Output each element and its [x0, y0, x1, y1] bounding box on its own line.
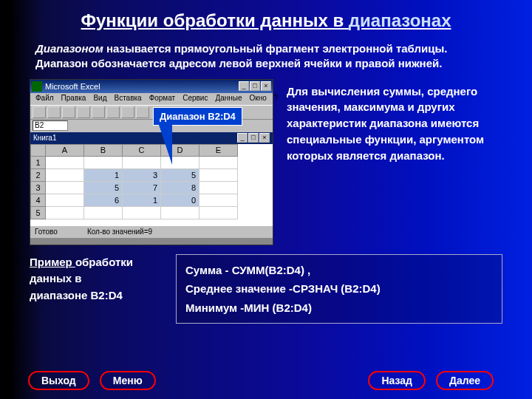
back-button[interactable]: Назад — [368, 371, 426, 390]
status-count: Кол-во значений=9 — [87, 228, 152, 236]
callout-label: Диапазон B2:D4 — [153, 107, 242, 126]
cell[interactable]: 8 — [161, 181, 200, 194]
name-box[interactable]: B2 — [33, 120, 68, 131]
row-header[interactable]: 5 — [31, 206, 46, 219]
row-header[interactable]: 2 — [31, 168, 46, 181]
cell[interactable] — [84, 206, 123, 219]
row-header[interactable]: 3 — [31, 181, 46, 194]
cell[interactable]: 1 — [123, 194, 161, 206]
menu-item[interactable]: Вид — [89, 94, 110, 104]
corner-cell[interactable] — [31, 144, 46, 156]
nav-bar: Выход Меню Назад Далее — [0, 371, 532, 390]
toolbar-button[interactable] — [33, 106, 46, 118]
cell[interactable]: 7 — [123, 181, 161, 194]
menu-item[interactable]: Данные — [211, 94, 245, 104]
status-bar: Готово Кол-во значений=9 — [30, 225, 273, 238]
next-button[interactable]: Далее — [436, 371, 494, 390]
cell[interactable] — [46, 206, 84, 219]
formula-line: Среднее значение -СРЗНАЧ (B2:D4) — [185, 279, 493, 299]
menu-item[interactable]: Сервис — [179, 94, 211, 104]
maximize-button[interactable]: □ — [250, 81, 260, 91]
excel-icon — [32, 81, 42, 92]
status-text: Готово — [35, 228, 58, 236]
cell[interactable]: 5 — [84, 181, 123, 194]
formulas-box: Сумма - СУММ(B2:D4) , Среднее значение -… — [176, 254, 502, 324]
formula-line: Минимум -МИН (B2:D4) — [185, 299, 493, 318]
wb-max-button[interactable]: □ — [248, 133, 259, 143]
cell[interactable] — [84, 156, 123, 168]
row-header[interactable]: 4 — [31, 194, 46, 206]
toolbar-button[interactable] — [92, 106, 105, 118]
cell[interactable] — [46, 194, 84, 206]
example-text: Пример обработки данных в диапазоне B2:D… — [30, 254, 163, 324]
cell[interactable]: 6 — [84, 194, 123, 206]
minimize-button[interactable]: _ — [239, 81, 249, 91]
cell[interactable] — [46, 181, 84, 194]
intro-text: Диапазоном называется прямоугольный фраг… — [0, 37, 532, 79]
side-description: Для вычисления суммы, среднего значения,… — [287, 79, 502, 164]
row-header[interactable]: 1 — [31, 156, 46, 168]
title-part1: Функции обработки данных в — [81, 10, 349, 30]
menu-button[interactable]: Меню — [100, 371, 156, 390]
workbook-name: Книга1 — [33, 134, 56, 142]
formula-line: Сумма - СУММ(B2:D4) , — [185, 261, 493, 280]
titlebar: Microsoft Excel _ □ × — [30, 80, 273, 93]
cell[interactable]: 1 — [84, 168, 123, 181]
cell[interactable]: 3 — [123, 168, 161, 181]
toolbar-button[interactable] — [62, 106, 75, 118]
menu-item[interactable]: Окно — [246, 94, 270, 104]
wb-close-button[interactable]: × — [259, 133, 270, 143]
menu-item[interactable]: Формат — [146, 94, 180, 104]
cell[interactable] — [200, 168, 238, 181]
cell[interactable] — [200, 181, 238, 194]
menu-item[interactable]: Файл — [32, 94, 58, 104]
menu-item[interactable]: Вставка — [110, 94, 145, 104]
cell[interactable] — [200, 206, 238, 219]
example-heading: Пример — [30, 256, 75, 268]
menu-item[interactable]: Правка — [58, 94, 90, 104]
cell[interactable] — [161, 206, 200, 219]
close-button[interactable]: × — [261, 81, 271, 91]
col-header[interactable]: B — [84, 144, 123, 156]
toolbar-button[interactable] — [136, 106, 149, 118]
range-callout: Диапазон B2:D4 — [153, 107, 242, 165]
example-range: диапазоне B2:D4 — [30, 289, 123, 301]
cell[interactable] — [123, 206, 161, 219]
toolbar-button[interactable] — [121, 106, 134, 118]
toolbar-button[interactable] — [106, 106, 120, 118]
cell[interactable] — [200, 194, 238, 206]
toolbar-button[interactable] — [47, 106, 61, 118]
toolbar-button[interactable] — [77, 106, 90, 118]
callout-pointer — [159, 125, 172, 165]
intro-term: Диапазоном — [35, 42, 106, 55]
app-title: Microsoft Excel — [45, 82, 100, 91]
excel-window: Microsoft Excel _ □ × Файл Правка Вид Вс… — [30, 79, 273, 245]
page-title: Функции обработки данных в диапазонах — [0, 0, 532, 37]
menubar: Файл Правка Вид Вставка Формат Сервис Да… — [30, 93, 273, 105]
exit-button[interactable]: Выход — [28, 371, 89, 390]
cell[interactable] — [46, 168, 84, 181]
col-header[interactable]: A — [46, 144, 84, 156]
cell[interactable]: 0 — [161, 194, 200, 206]
title-part2: диапазонах — [349, 10, 451, 30]
cell[interactable] — [46, 156, 84, 168]
cell[interactable]: 5 — [161, 168, 200, 181]
menu-item[interactable]: ? — [270, 94, 282, 104]
